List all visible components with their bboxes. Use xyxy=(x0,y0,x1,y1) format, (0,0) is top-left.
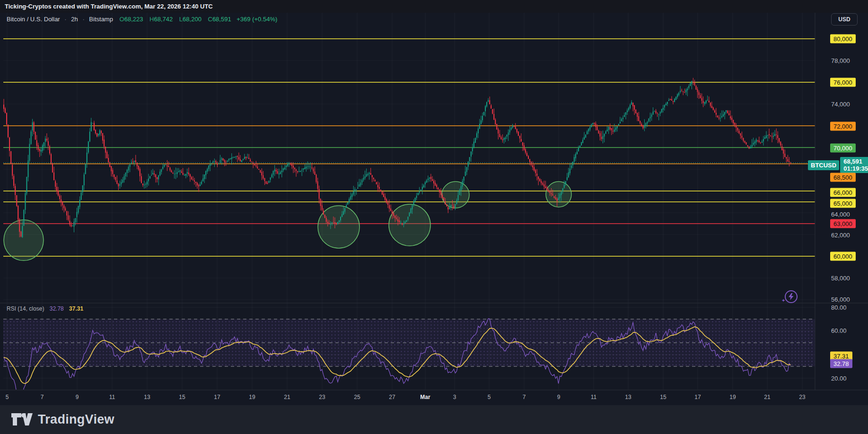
price-level-label: 66,000 xyxy=(830,188,856,197)
ohlc-low: L68,200 xyxy=(179,16,202,23)
time-tick-label: 15 xyxy=(660,394,666,400)
time-tick-label: 9 xyxy=(76,394,79,400)
time-tick-label: 15 xyxy=(179,394,185,400)
price-axis-label: 64,000 xyxy=(818,211,864,218)
time-tick-label: 3 xyxy=(453,394,456,400)
ohlc-high: H68,742 xyxy=(149,16,173,23)
price-axis-label: 62,000 xyxy=(818,232,864,239)
boost-lightning-icon[interactable]: ✦ xyxy=(785,290,798,303)
annotation-circle-1 xyxy=(4,220,44,260)
time-tick-label: 21 xyxy=(284,394,290,400)
annotation-circle-2 xyxy=(318,206,359,248)
time-tick-label: 7 xyxy=(523,394,526,400)
time-tick-label: 19 xyxy=(249,394,255,400)
time-tick-label: 11 xyxy=(109,394,115,400)
price-chart-canvas[interactable] xyxy=(0,0,868,434)
time-tick-label: 27 xyxy=(389,394,395,400)
price-change: +369 (+0.54%) xyxy=(237,16,277,23)
time-tick-label: 19 xyxy=(729,394,736,400)
symbol-info-bar[interactable]: Bitcoin / U.S. Dollar · 2h · Bitstamp O6… xyxy=(7,16,277,23)
price-level-label: 65,000 xyxy=(830,199,856,208)
price-level-label: 68,500 xyxy=(830,173,856,182)
time-tick-label: Mar xyxy=(420,394,430,400)
rsi-params: (14, close) xyxy=(18,305,44,312)
rsi-axis-label: 80.00 xyxy=(818,304,864,311)
bar-countdown: 01:19:35 xyxy=(843,165,868,172)
price-countdown-tag: 68,591 01:19:35 xyxy=(840,157,868,173)
time-tick-label: 13 xyxy=(144,394,150,400)
separator: · xyxy=(64,16,66,23)
rsi-value: 32.78 xyxy=(50,305,64,312)
price-level-label: 70,000 xyxy=(830,144,856,153)
exchange-label: Bitstamp xyxy=(89,16,113,23)
symbol-tag: BTCUSD xyxy=(808,160,839,170)
annotation-circle-3 xyxy=(389,204,430,246)
symbol-name[interactable]: Bitcoin / U.S. Dollar xyxy=(7,16,60,23)
time-tick-label: 25 xyxy=(354,394,360,400)
time-tick-label: 13 xyxy=(625,394,631,400)
time-tick-label: 7 xyxy=(41,394,44,400)
rsi-ma-value: 37.31 xyxy=(69,305,83,312)
lightning-bolt-icon xyxy=(788,293,794,300)
time-tick-label: 17 xyxy=(214,394,220,400)
time-tick-label: 5 xyxy=(6,394,9,400)
rsi-title[interactable]: RSI xyxy=(7,305,16,312)
current-price-tag: BTCUSD 68,591 01:19:35 xyxy=(808,157,868,173)
time-tick-label: 17 xyxy=(694,394,701,400)
time-tick-label: 23 xyxy=(799,394,805,400)
ohlc-close: C68,591 xyxy=(208,16,231,23)
rsi-axis-label: 60.00 xyxy=(818,327,864,334)
ohlc-open: O68,223 xyxy=(120,16,143,23)
price-axis-label: 56,000 xyxy=(818,296,864,303)
price-axis-label: 74,000 xyxy=(818,101,864,108)
sparkle-icon: ✦ xyxy=(781,298,785,303)
currency-usd-button[interactable]: USD xyxy=(831,13,858,26)
time-tick-label: 11 xyxy=(591,394,596,400)
rsi-value-label: 32.78 xyxy=(830,359,852,368)
tradingview-logo-icon[interactable] xyxy=(11,413,33,426)
interval-label[interactable]: 2h xyxy=(71,16,78,23)
rsi-indicator-header[interactable]: RSI (14, close) 32.78 37.31 xyxy=(7,305,83,312)
last-price: 68,591 xyxy=(843,158,862,165)
tradingview-chart-app: Ticking-Cryptos created with TradingView… xyxy=(0,0,868,434)
price-level-label: 63,000 xyxy=(830,219,856,228)
price-level-label: 72,000 xyxy=(830,122,856,131)
rsi-axis-label: 20.00 xyxy=(818,375,864,382)
price-axis-label: 78,000 xyxy=(818,57,864,64)
tradingview-brand-text[interactable]: TradingView xyxy=(38,412,114,427)
price-level-label: 76,000 xyxy=(830,78,856,87)
separator: · xyxy=(82,16,84,23)
price-level-label: 80,000 xyxy=(830,35,856,43)
footer-bar: TradingView xyxy=(0,405,868,434)
time-tick-label: 9 xyxy=(557,394,561,400)
price-level-label: 60,000 xyxy=(830,252,856,261)
price-axis-label: 58,000 xyxy=(818,275,864,282)
time-tick-label: 23 xyxy=(319,394,325,400)
time-tick-label: 5 xyxy=(488,394,491,400)
time-tick-label: 21 xyxy=(764,394,770,400)
